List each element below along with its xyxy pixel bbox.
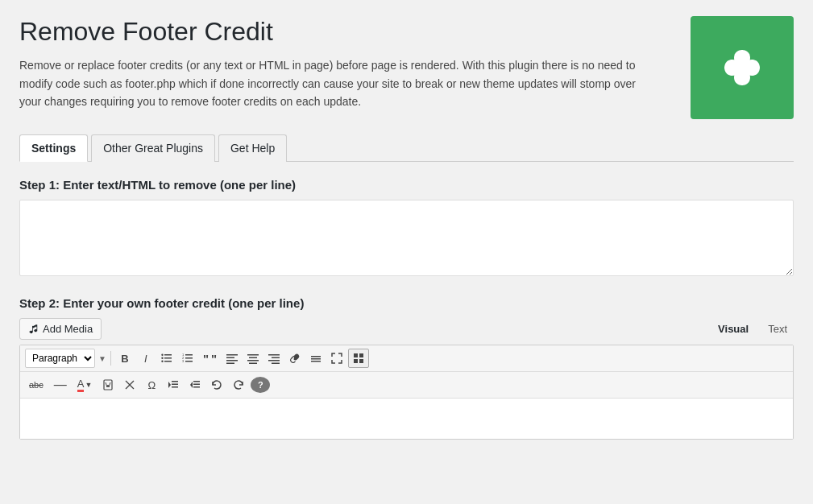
svg-rect-28 bbox=[354, 353, 358, 357]
add-media-button[interactable]: 🎜 Add Media bbox=[19, 318, 102, 340]
clover-icon bbox=[716, 42, 768, 93]
svg-rect-8 bbox=[185, 357, 193, 359]
outdent-button[interactable] bbox=[185, 375, 205, 395]
add-media-bar: 🎜 Add Media Visual Text bbox=[19, 318, 794, 340]
svg-rect-36 bbox=[172, 384, 178, 386]
step2-label: Step 2: Enter your own footer credit (on… bbox=[19, 296, 794, 310]
svg-rect-40 bbox=[193, 384, 200, 386]
strikethrough-button[interactable]: abc bbox=[25, 375, 48, 395]
editor-content-area[interactable] bbox=[20, 399, 793, 439]
italic-button[interactable]: I bbox=[136, 349, 156, 368]
unordered-list-button[interactable] bbox=[157, 349, 176, 368]
svg-rect-26 bbox=[311, 358, 321, 360]
visual-tab[interactable]: Visual bbox=[711, 320, 755, 338]
svg-rect-14 bbox=[226, 357, 234, 359]
svg-rect-37 bbox=[172, 386, 178, 388]
step1-section: Step 1: Enter text/HTML to remove (one p… bbox=[19, 178, 794, 279]
remove-formatting-button[interactable] bbox=[120, 375, 139, 395]
align-left-button[interactable] bbox=[222, 349, 242, 368]
horizontal-line-button[interactable]: — bbox=[50, 375, 71, 395]
ordered-list-button[interactable]: 123 bbox=[178, 349, 197, 368]
remove-text-input[interactable] bbox=[19, 200, 794, 276]
svg-rect-3 bbox=[164, 361, 172, 362]
svg-rect-23 bbox=[268, 360, 280, 361]
svg-rect-1 bbox=[164, 354, 172, 356]
svg-marker-42 bbox=[190, 382, 193, 388]
text-color-button[interactable]: A ▼ bbox=[73, 375, 97, 395]
svg-rect-39 bbox=[193, 381, 200, 382]
page-description: Remove or replace footer credits (or any… bbox=[19, 56, 648, 110]
step1-label: Step 1: Enter text/HTML to remove (one p… bbox=[19, 178, 794, 192]
svg-rect-15 bbox=[226, 360, 238, 361]
header-text: Remove Footer Credit Remove or replace f… bbox=[19, 16, 691, 111]
text-tab[interactable]: Text bbox=[761, 320, 794, 338]
svg-rect-30 bbox=[354, 359, 358, 363]
editor-toolbar-row1: Paragraph ▼ B I 123 " " bbox=[20, 345, 793, 372]
paragraph-select[interactable]: Paragraph bbox=[25, 349, 95, 368]
svg-rect-31 bbox=[359, 359, 363, 363]
svg-rect-9 bbox=[185, 361, 193, 362]
tabs-nav: Settings Other Great Plugins Get Help bbox=[19, 134, 794, 162]
svg-rect-16 bbox=[226, 363, 234, 365]
svg-rect-21 bbox=[268, 354, 280, 356]
svg-rect-35 bbox=[172, 381, 178, 382]
align-right-button[interactable] bbox=[264, 349, 284, 368]
svg-marker-38 bbox=[168, 382, 171, 388]
svg-text:3: 3 bbox=[182, 359, 185, 363]
help-button[interactable]: ? bbox=[251, 377, 270, 393]
media-icon: 🎜 bbox=[28, 323, 39, 335]
blockquote-button[interactable]: " " bbox=[199, 349, 221, 368]
svg-rect-2 bbox=[164, 357, 172, 359]
redo-button[interactable] bbox=[229, 375, 248, 395]
special-characters-button[interactable]: Ω bbox=[142, 375, 161, 395]
svg-point-6 bbox=[161, 361, 163, 362]
align-center-button[interactable] bbox=[243, 349, 263, 368]
svg-rect-19 bbox=[247, 360, 259, 361]
svg-rect-20 bbox=[249, 363, 257, 365]
svg-rect-25 bbox=[311, 356, 321, 357]
indent-button[interactable] bbox=[164, 375, 183, 395]
svg-point-4 bbox=[161, 354, 163, 356]
header-section: Remove Footer Credit Remove or replace f… bbox=[19, 16, 794, 119]
svg-rect-24 bbox=[272, 363, 280, 365]
svg-rect-22 bbox=[272, 357, 280, 359]
tab-get-help[interactable]: Get Help bbox=[218, 134, 287, 162]
svg-point-5 bbox=[161, 357, 163, 359]
editor-toolbar-row2: abc — A ▼ Ω ? bbox=[20, 372, 793, 399]
svg-rect-29 bbox=[359, 353, 363, 357]
tab-other-plugins[interactable]: Other Great Plugins bbox=[91, 134, 215, 162]
kitchen-sink-button[interactable] bbox=[348, 349, 369, 368]
add-media-label: Add Media bbox=[43, 323, 93, 335]
svg-rect-13 bbox=[226, 354, 238, 356]
svg-rect-27 bbox=[311, 361, 321, 362]
svg-rect-41 bbox=[193, 386, 200, 388]
svg-rect-17 bbox=[247, 354, 259, 356]
visual-text-tabs: Visual Text bbox=[711, 320, 794, 338]
plugin-logo bbox=[691, 16, 794, 119]
paragraph-arrow: ▼ bbox=[98, 354, 106, 363]
svg-rect-18 bbox=[249, 357, 257, 359]
paste-from-word-button[interactable] bbox=[98, 375, 118, 395]
horizontal-rule-button[interactable] bbox=[306, 349, 326, 368]
toolbar-divider-1 bbox=[110, 351, 111, 366]
step2-section: Step 2: Enter your own footer credit (on… bbox=[19, 296, 794, 440]
tab-settings[interactable]: Settings bbox=[19, 134, 88, 162]
editor-wrapper: Paragraph ▼ B I 123 " " bbox=[19, 345, 794, 440]
fullscreen-button[interactable] bbox=[327, 349, 346, 368]
svg-point-0 bbox=[738, 64, 746, 72]
link-button[interactable] bbox=[285, 349, 305, 368]
page-title: Remove Footer Credit bbox=[19, 16, 674, 47]
undo-button[interactable] bbox=[207, 375, 226, 395]
bold-button[interactable]: B bbox=[115, 349, 135, 368]
svg-rect-7 bbox=[185, 354, 193, 356]
